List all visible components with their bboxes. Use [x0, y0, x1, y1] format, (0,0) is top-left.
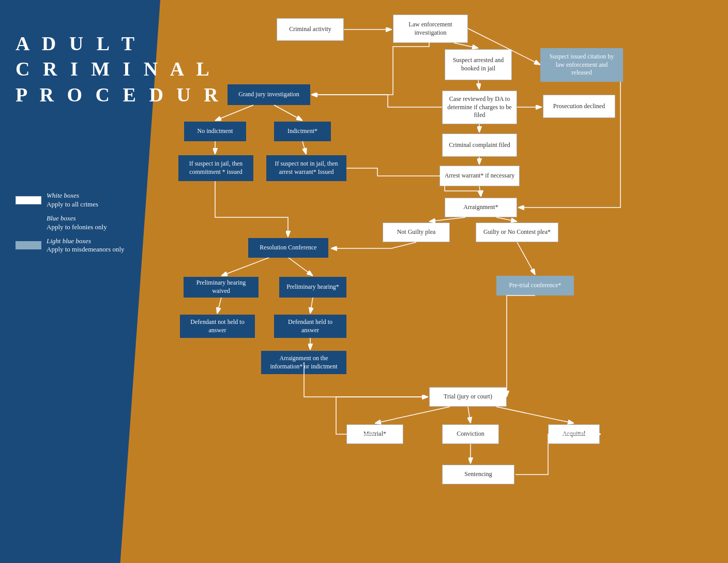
legend-blue: Blue boxes Apply to felonies only: [16, 214, 125, 232]
box-prosecution-declined: Prosecution declined: [543, 95, 615, 118]
box-if-suspect-jail: If suspect in jail, then commitment * is…: [178, 155, 253, 181]
svg-line-21: [375, 407, 450, 423]
svg-line-2: [454, 43, 478, 48]
box-suspect-arrested: Suspect arrested and booked in jail: [445, 49, 512, 80]
box-resolution-conference: Resolution Conference: [248, 238, 328, 258]
legend-lightblue-box: [16, 241, 41, 249]
legend-white: White boxes Apply to all crimes: [16, 191, 125, 209]
box-law-enforcement: Law enforcement investigation: [393, 14, 468, 43]
legend-lightblue: Light blue boxes Apply to misdemeanors o…: [16, 237, 125, 255]
svg-line-18: [310, 298, 313, 314]
svg-line-16: [289, 258, 313, 276]
legend-white-text: White boxes Apply to all crimes: [47, 191, 98, 209]
box-suspect-citation: Suspect issued citation by law enforceme…: [540, 48, 623, 82]
title-block: A D U L T C R I M I N A L P R O C E D U …: [16, 31, 249, 108]
legend: White boxes Apply to all crimes Blue box…: [16, 191, 125, 259]
box-prelim-waived: Preliminary hearing waived: [184, 277, 259, 298]
box-grand-jury: Grand jury investigation: [228, 84, 310, 105]
box-arrest-warrant: Arrest warrant* if necessary: [439, 166, 520, 186]
svg-line-17: [217, 298, 221, 314]
svg-line-23: [496, 407, 574, 423]
svg-line-14: [496, 217, 517, 221]
box-sentencing: Sentencing: [442, 465, 514, 484]
legend-blue-text: Blue boxes Apply to felonies only: [47, 214, 107, 232]
svg-line-4: [478, 80, 479, 90]
box-mistrial: Mistrial*: [346, 424, 403, 444]
legend-white-box: [16, 196, 41, 204]
box-trial: Trial (jury or court): [429, 387, 507, 407]
svg-line-22: [468, 407, 471, 423]
box-not-guilty: Not Guilty plea: [383, 223, 450, 242]
box-prelim-hearing: Preliminary hearing*: [279, 277, 346, 298]
legend-lightblue-text: Light blue boxes Apply to misdemeanors o…: [47, 237, 125, 255]
svg-line-15: [221, 258, 269, 276]
box-if-suspect-not-jail: If suspect not in jail, then arrest warr…: [266, 155, 346, 181]
box-indictment: Indictment*: [274, 122, 331, 141]
box-guilty-no-contest: Guilty or No Contest plea*: [476, 223, 558, 242]
box-criminal-activity: Criminal activity: [277, 18, 344, 41]
box-arraignment: Arraignment*: [445, 198, 517, 217]
svg-line-8: [479, 186, 481, 197]
box-pretrial-conference: Pre-trial conference*: [496, 276, 574, 295]
title-line1: A D U L T C R I M I N A L P R O C E D U …: [16, 31, 249, 108]
box-defendant-not-held: Defendant not held to answer: [180, 315, 255, 338]
box-acquittal: Acquittal: [548, 424, 600, 444]
svg-line-10: [274, 105, 302, 121]
svg-line-12: [302, 141, 306, 154]
page-container: A D U L T C R I M I N A L P R O C E D U …: [0, 0, 728, 563]
box-defendant-held: Defendant held to answer: [274, 315, 346, 338]
box-no-indictment: No indictment: [184, 122, 246, 141]
box-criminal-complaint: Criminal complaint filed: [442, 134, 517, 157]
svg-line-20: [517, 242, 535, 275]
legend-blue-box: [16, 219, 41, 227]
svg-line-13: [429, 217, 465, 221]
box-conviction: Conviction: [442, 424, 499, 444]
box-arraignment-info: Arraignment on the information* or indic…: [261, 351, 346, 374]
box-case-reviewed: Case reviewed by DA to determine if char…: [442, 91, 517, 124]
